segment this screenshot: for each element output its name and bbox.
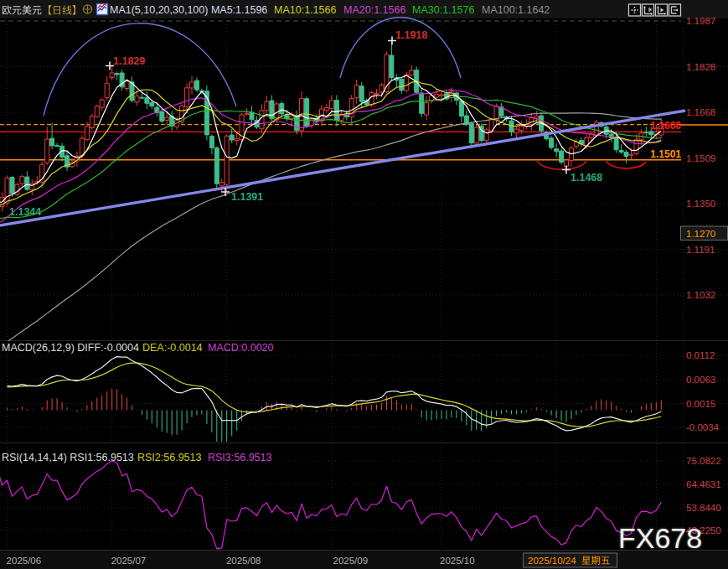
svg-text:53.8440: 53.8440 [686, 503, 721, 513]
svg-text:2025/09: 2025/09 [333, 556, 369, 566]
svg-text:MA1(5,10,20,30,100) MA5:1.159: MA1(5,10,20,30,100) MA5:1.1596 [110, 4, 267, 16]
svg-text:0.0112: 0.0112 [686, 350, 715, 360]
svg-text:1.1391: 1.1391 [231, 191, 263, 203]
svg-text:MACD(26,12,9) DIFF:-0.0004: MACD(26,12,9) DIFF:-0.0004 [2, 342, 139, 354]
svg-text:2025/10/24: 2025/10/24 [528, 556, 576, 566]
svg-text:RSI2:56.9513: RSI2:56.9513 [137, 452, 201, 463]
svg-text:2025/07: 2025/07 [111, 556, 147, 566]
svg-text:MA100:1.1642: MA100:1.1642 [482, 4, 550, 16]
svg-text:MA10:1.1566: MA10:1.1566 [274, 4, 336, 16]
svg-text:1.1191: 1.1191 [686, 245, 715, 255]
svg-text:1.1509: 1.1509 [686, 153, 715, 163]
svg-text:1.1829: 1.1829 [113, 55, 145, 67]
svg-text:1.1987: 1.1987 [686, 16, 715, 26]
svg-text:1.1668: 1.1668 [686, 107, 715, 117]
svg-text:1.1350: 1.1350 [686, 199, 715, 209]
svg-text:2025/06: 2025/06 [7, 556, 42, 566]
svg-text:1.1270: 1.1270 [686, 229, 715, 239]
svg-text:0.0063: 0.0063 [686, 375, 715, 385]
svg-text:1.1918: 1.1918 [395, 29, 427, 41]
svg-text:75.0822: 75.0822 [686, 456, 721, 466]
svg-text:1.1600: 1.1600 [650, 120, 681, 132]
svg-text:1.1828: 1.1828 [686, 62, 715, 72]
svg-text:64.4631: 64.4631 [686, 479, 721, 489]
svg-text:2025/10: 2025/10 [440, 556, 475, 566]
svg-text:2025/08: 2025/08 [226, 556, 261, 566]
svg-text:1.1501: 1.1501 [650, 148, 681, 160]
svg-text:DEA:-0.0014: DEA:-0.0014 [142, 342, 203, 354]
svg-text:1.1468: 1.1468 [571, 172, 602, 184]
svg-text:1.1032: 1.1032 [686, 290, 715, 300]
svg-text:-0.0034: -0.0034 [686, 422, 720, 432]
svg-text:MACD:0.0020: MACD:0.0020 [208, 342, 274, 354]
svg-text:MA30:1.1576: MA30:1.1576 [412, 4, 474, 16]
svg-text:0.0015: 0.0015 [686, 399, 715, 409]
svg-text:RSI(14,14,14) RSI1:56.9513: RSI(14,14,14) RSI1:56.9513 [2, 452, 134, 463]
svg-text:FX678: FX678 [618, 522, 702, 554]
svg-text:RSI3:56.9513: RSI3:56.9513 [208, 452, 271, 463]
svg-text:MA20:1.1566: MA20:1.1566 [343, 4, 405, 16]
svg-text:1.1344: 1.1344 [9, 206, 41, 218]
